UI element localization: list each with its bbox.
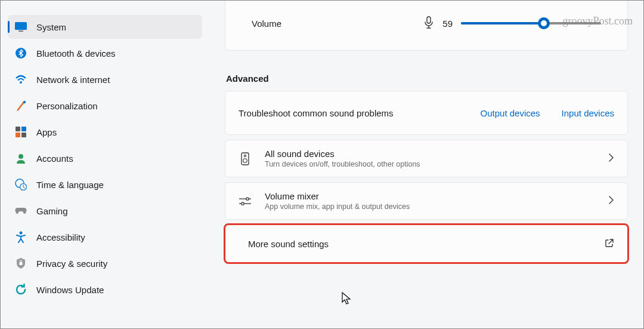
svg-point-17 xyxy=(243,158,247,162)
mixer-subtitle: App volume mix, app input & output devic… xyxy=(265,202,595,211)
person-icon xyxy=(15,152,27,164)
sidebar-item-network[interactable]: Network & internet xyxy=(8,67,202,91)
external-link-icon xyxy=(605,238,614,250)
main-content: Volume 59 Advanced Troubleshoot common s… xyxy=(209,1,643,328)
svg-rect-6 xyxy=(21,127,26,131)
svg-point-21 xyxy=(242,202,244,204)
mixer-title: Volume mixer xyxy=(265,191,595,201)
speaker-device-icon xyxy=(239,152,252,165)
svg-point-16 xyxy=(244,155,246,156)
accessibility-icon xyxy=(15,231,27,243)
svg-rect-5 xyxy=(16,127,20,131)
volume-slider[interactable] xyxy=(461,22,601,24)
sidebar-item-gaming[interactable]: Gaming xyxy=(8,199,202,223)
more-settings-title: More sound settings xyxy=(248,239,592,249)
sidebar-item-label: Gaming xyxy=(36,206,68,216)
sidebar-item-label: Privacy & security xyxy=(36,259,107,269)
volume-card: Volume 59 xyxy=(225,1,628,51)
volume-mixer-row[interactable]: Volume mixer App volume mix, app input &… xyxy=(225,182,628,220)
svg-rect-7 xyxy=(16,133,20,137)
sidebar-item-label: Network & internet xyxy=(36,75,110,85)
svg-point-3 xyxy=(20,81,22,84)
svg-point-12 xyxy=(20,232,23,235)
clock-globe-icon xyxy=(15,179,27,190)
more-sound-settings-row[interactable]: More sound settings xyxy=(225,225,628,263)
sidebar-item-bluetooth[interactable]: Bluetooth & devices xyxy=(8,41,202,65)
sidebar: System Bluetooth & devices Network & int… xyxy=(1,1,209,328)
advanced-section-title: Advanced xyxy=(226,73,628,84)
mixer-icon xyxy=(239,196,252,206)
troubleshoot-card: Troubleshoot common sound problems Outpu… xyxy=(225,91,628,135)
sidebar-item-accessibility[interactable]: Accessibility xyxy=(8,225,202,249)
all-devices-subtitle: Turn devices on/off, troubleshoot, other… xyxy=(265,160,595,168)
system-icon xyxy=(15,21,27,33)
apps-icon xyxy=(15,126,27,138)
svg-point-19 xyxy=(246,197,249,199)
sidebar-item-system[interactable]: System xyxy=(8,15,202,39)
chevron-right-icon xyxy=(608,195,614,207)
sidebar-item-time-language[interactable]: Time & language xyxy=(8,173,202,196)
volume-value: 59 xyxy=(442,19,453,29)
input-devices-link[interactable]: Input devices xyxy=(562,108,614,118)
troubleshoot-label: Troubleshoot common sound problems xyxy=(239,108,394,118)
microphone-icon[interactable] xyxy=(423,16,434,31)
sidebar-item-label: Bluetooth & devices xyxy=(36,48,116,59)
shield-icon xyxy=(15,257,27,269)
sidebar-item-label: Windows Update xyxy=(36,285,104,295)
sidebar-item-label: Accessibility xyxy=(36,232,85,242)
svg-point-9 xyxy=(18,154,23,159)
sidebar-item-label: Personalization xyxy=(36,101,98,111)
sidebar-item-label: Apps xyxy=(36,127,57,137)
output-devices-link[interactable]: Output devices xyxy=(481,108,540,118)
chevron-right-icon xyxy=(608,153,614,164)
svg-rect-0 xyxy=(15,22,27,30)
all-sound-devices-row[interactable]: All sound devices Turn devices on/off, t… xyxy=(225,140,628,177)
update-icon xyxy=(15,284,27,296)
sidebar-item-label: Time & language xyxy=(36,180,104,190)
wifi-icon xyxy=(15,73,27,85)
svg-rect-8 xyxy=(21,133,26,137)
sidebar-item-windows-update[interactable]: Windows Update xyxy=(8,278,202,302)
all-devices-title: All sound devices xyxy=(265,149,595,159)
sidebar-item-label: Accounts xyxy=(36,153,73,164)
sidebar-item-apps[interactable]: Apps xyxy=(8,120,202,144)
paintbrush-icon xyxy=(15,100,27,112)
bluetooth-icon xyxy=(15,47,27,59)
sidebar-item-personalization[interactable]: Personalization xyxy=(8,94,202,118)
sidebar-item-accounts[interactable]: Accounts xyxy=(8,146,202,170)
gamepad-icon xyxy=(15,205,27,217)
svg-rect-1 xyxy=(18,30,23,32)
svg-rect-14 xyxy=(427,17,431,23)
sidebar-item-label: System xyxy=(36,22,66,32)
volume-label: Volume xyxy=(252,19,281,29)
sidebar-item-privacy[interactable]: Privacy & security xyxy=(8,251,202,275)
svg-rect-13 xyxy=(20,262,23,265)
